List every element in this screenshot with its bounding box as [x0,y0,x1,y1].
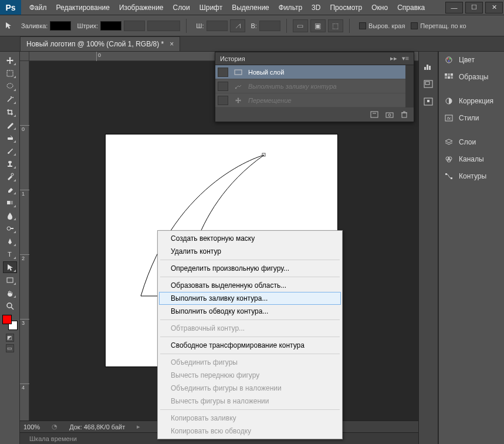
vertical-ruler[interactable]: 01234 [20,61,29,421]
path-selection-tool[interactable] [3,261,17,273]
rectangle-tool[interactable] [3,274,17,286]
svg-rect-11 [7,278,13,282]
strip-button-info[interactable] [421,95,435,108]
new-snapshot-icon[interactable] [370,111,378,118]
foreground-background-swatch[interactable] [2,315,18,330]
camera-icon[interactable] [385,111,394,118]
screenmode-toggle[interactable]: ▭ [6,344,14,352]
svg-rect-26 [448,73,450,76]
healing-brush-tool[interactable] [3,132,17,144]
history-row[interactable]: Новый слой [215,65,414,79]
path-ops-button-2[interactable]: ▣ [310,19,326,32]
gradient-tool[interactable] [3,197,17,208]
menu-item[interactable]: Выделение [227,0,274,15]
svg-point-12 [7,303,12,308]
context-menu[interactable]: Создать векторную маскуУдалить контурОпр… [157,230,343,439]
context-menu-item[interactable]: Выполнить обводку контура... [159,305,341,318]
close-button[interactable]: ✕ [485,2,503,14]
document-tab[interactable]: Новый логотип @ 100% (Слой 1, RGB/8) * × [20,36,180,51]
panel-menu-icon[interactable]: ▾≡ [402,55,409,62]
menu-item[interactable]: Справка [393,0,429,15]
close-tab-icon[interactable]: × [170,40,174,48]
drag-to-checkbox[interactable]: Перетащ. по ко [411,22,466,29]
pen-tool[interactable] [3,236,17,247]
menu-item[interactable]: Слои [168,0,195,15]
context-menu-item: Обтравочный контур... [159,322,341,335]
history-panel[interactable]: История ▸▸ ▾≡ Новый слойВыполнить заливк… [215,52,414,122]
menu-item[interactable]: Просмотр [325,0,367,15]
context-menu-item[interactable]: Выполнить заливку контура... [159,292,341,305]
zoom-tool[interactable] [3,300,17,312]
history-scrollbar[interactable] [405,65,414,107]
crop-tool[interactable] [3,106,17,118]
stroke-style-dropdown[interactable] [147,21,180,31]
stamp-tool[interactable] [3,158,17,170]
fill-swatch[interactable] [50,21,71,31]
stroke-width-input[interactable] [124,21,145,31]
path-ops-button-3[interactable]: ⬚ [328,19,343,32]
history-panel-header[interactable]: История ▸▸ ▾≡ [215,52,414,65]
width-input[interactable] [207,21,228,31]
context-menu-item[interactable]: Удалить контур [159,245,341,258]
panel-item[interactable]: Образцы [439,69,504,86]
history-row[interactable]: Выполнить заливку контура [215,79,414,93]
menu-item[interactable]: Изображение [114,0,168,15]
panel-item-label: Коррекция [459,97,493,105]
context-menu-item[interactable]: Создать векторную маску [159,232,341,245]
strip-button-navigator[interactable] [421,78,435,90]
options-bar: Заливка: Штрих: Ш: ⩘ В: ▭ ▣ ⬚ Выров. кра… [0,15,504,36]
menu-item[interactable]: Файл [25,0,52,15]
слои-icon [444,137,454,147]
align-edges-checkbox[interactable]: Выров. края [359,22,405,29]
stroke-swatch[interactable] [100,21,121,31]
context-menu-item[interactable]: Образовать выделенную область... [159,279,341,292]
context-menu-item[interactable]: Определить произвольную фигуру... [159,262,341,275]
fill-label: Заливка: [21,22,48,29]
brush-tool[interactable] [3,145,17,157]
minimize-button[interactable]: — [445,2,463,14]
strip-button-histogram[interactable] [421,60,435,73]
eyedropper-tool[interactable] [3,119,17,131]
link-dimensions-icon[interactable]: ⩘ [230,19,245,32]
panel-item[interactable]: Коррекция [439,93,504,110]
context-menu-item: Вычесть фигуры в наложении [159,395,341,408]
preview-icon[interactable]: ◔ [52,423,57,430]
move-tool[interactable] [3,55,17,66]
foreground-color-swatch[interactable] [2,315,12,324]
quickmask-toggle[interactable]: ◩ [6,334,14,342]
maximize-button[interactable]: ☐ [465,2,483,14]
context-menu-item: Вычесть переднюю фигуру [159,369,341,382]
menu-item[interactable]: 3D [307,0,325,15]
lasso-tool[interactable] [3,80,17,92]
eraser-tool[interactable] [3,184,17,196]
context-menu-item[interactable]: Свободное трансформирование контура [159,339,341,352]
height-input[interactable] [259,21,280,31]
panel-collapse-icon[interactable]: ▸▸ [390,55,397,62]
menu-item[interactable]: Шрифт [195,0,227,15]
history-state-toggle[interactable] [218,96,228,105]
context-menu-item: Объединить фигуры [159,356,341,369]
magic-wand-tool[interactable] [3,93,17,105]
menu-item[interactable]: Окно [367,0,393,15]
panel-item[interactable]: Контуры [439,168,504,185]
history-brush-tool[interactable] [3,171,17,183]
panel-item[interactable]: Цвет [439,52,504,69]
zoom-level[interactable]: 100% [23,423,40,430]
panel-item[interactable]: Слои [439,134,504,151]
цвет-icon [444,55,454,65]
menu-item[interactable]: Редактирование [52,0,114,15]
marquee-tool[interactable] [3,68,17,79]
dodge-tool[interactable] [3,223,17,234]
blur-tool[interactable] [3,210,17,221]
hand-tool[interactable] [3,287,17,299]
panel-item[interactable]: Каналы [439,151,504,168]
history-state-toggle[interactable] [218,82,228,91]
type-tool[interactable]: T [3,248,17,260]
history-state-toggle[interactable] [218,68,228,77]
menu-item[interactable]: Фильтр [274,0,307,15]
context-menu-item: Объединить фигуры в наложении [159,382,341,395]
history-row[interactable]: Перемещение [215,93,414,107]
path-ops-button-1[interactable]: ▭ [293,19,308,32]
panel-item[interactable]: fxСтили [439,110,504,127]
trash-icon[interactable] [401,111,408,118]
